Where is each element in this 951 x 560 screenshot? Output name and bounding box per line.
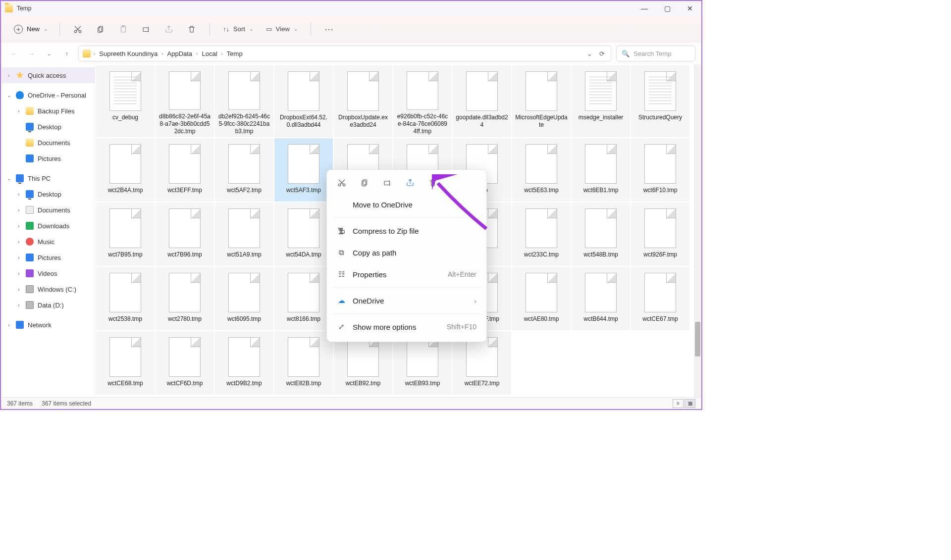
sidebar-network[interactable]: ›Network bbox=[1, 317, 95, 333]
file-item[interactable]: wctCF6D.tmp bbox=[156, 331, 214, 395]
sidebar-item[interactable]: ›Backup Files bbox=[1, 103, 95, 119]
ctx-show-more[interactable]: ⤢Show more optionsShift+F10 bbox=[327, 316, 486, 338]
sidebar-item[interactable]: Documents bbox=[1, 135, 95, 151]
file-item[interactable]: StructuredQuery bbox=[631, 65, 689, 137]
sidebar-item[interactable]: ›Documents bbox=[1, 202, 95, 218]
file-item[interactable]: wct5E63.tmp bbox=[512, 138, 571, 202]
delete-button[interactable] bbox=[182, 20, 202, 38]
file-name: wct233C.tmp bbox=[522, 251, 561, 258]
sidebar-label: Windows (C:) bbox=[38, 286, 76, 293]
paste-button[interactable] bbox=[113, 20, 133, 38]
address-bar[interactable]: › Supreeth Koundinya › AppData › Local ›… bbox=[78, 46, 611, 61]
dropdown-button[interactable]: ⌄ bbox=[587, 50, 592, 57]
file-item[interactable]: DropboxUpdate.exe3adbd24 bbox=[334, 65, 392, 137]
recent-button[interactable]: ⌄ bbox=[43, 47, 55, 60]
share-button[interactable] bbox=[159, 20, 179, 38]
file-item[interactable]: wct54DA.tmp bbox=[274, 203, 333, 266]
more-button[interactable]: ⋯ bbox=[319, 20, 339, 38]
ctx-rename-button[interactable] bbox=[381, 177, 393, 189]
breadcrumb-segment[interactable]: Local bbox=[201, 50, 218, 57]
file-item[interactable]: wct8166.tmp bbox=[274, 267, 333, 330]
ctx-onedrive[interactable]: ☁OneDrive› bbox=[327, 290, 486, 311]
file-item[interactable]: wct6EB1.tmp bbox=[572, 138, 630, 202]
file-item[interactable]: wct2780.tmp bbox=[156, 267, 214, 330]
file-icon bbox=[169, 273, 201, 312]
forward-button[interactable]: → bbox=[25, 47, 38, 60]
file-item[interactable]: wct6095.tmp bbox=[215, 267, 273, 330]
ctx-delete-button[interactable] bbox=[427, 177, 439, 189]
file-item[interactable]: wct2538.tmp bbox=[96, 267, 155, 330]
file-item[interactable]: wct51A9.tmp bbox=[215, 203, 273, 266]
ctx-move-onedrive[interactable]: Move to OneDrive bbox=[327, 194, 486, 215]
ctx-properties[interactable]: ☷PropertiesAlt+Enter bbox=[327, 263, 486, 285]
sidebar-this-pc[interactable]: ⌄This PC bbox=[1, 170, 95, 186]
file-item[interactable]: wctAE80.tmp bbox=[512, 267, 571, 330]
file-item[interactable]: wct5AF3.tmp bbox=[274, 138, 333, 202]
sort-button[interactable]: ↑↓ Sort ⌄ bbox=[218, 20, 258, 38]
sidebar-item[interactable]: Pictures bbox=[1, 151, 95, 166]
breadcrumb-segment[interactable]: AppData bbox=[166, 50, 194, 57]
scrollbar-thumb[interactable] bbox=[695, 322, 700, 356]
file-item[interactable]: wct7B96.tmp bbox=[156, 203, 214, 266]
file-name: wctCF6D.tmp bbox=[165, 380, 205, 387]
file-item[interactable]: msedge_installer bbox=[572, 65, 630, 137]
up-button[interactable]: ↑ bbox=[60, 47, 73, 60]
file-name: d8b86c82-2e6f-45a8-a7ae-3b6b0cdd52dc.tmp bbox=[157, 113, 213, 135]
cut-button[interactable] bbox=[68, 20, 88, 38]
ctx-share-button[interactable] bbox=[404, 177, 416, 189]
file-item[interactable]: wctB644.tmp bbox=[572, 267, 630, 330]
sidebar-onedrive[interactable]: ⌄OneDrive - Personal bbox=[1, 87, 95, 103]
ctx-compress[interactable]: 🗜Compress to Zip file bbox=[327, 220, 486, 242]
new-button[interactable]: + New ⌄ bbox=[10, 23, 52, 36]
file-item[interactable]: MicrosoftEdgeUpdate bbox=[512, 65, 571, 137]
file-item[interactable]: wctCE67.tmp bbox=[631, 267, 689, 330]
file-item[interactable]: cv_debug bbox=[96, 65, 155, 137]
file-item[interactable]: wct548B.tmp bbox=[572, 203, 630, 266]
file-item[interactable]: wct7B95.tmp bbox=[96, 203, 155, 266]
file-item[interactable]: DropboxExt64.52.0.dll3adbd44 bbox=[274, 65, 333, 137]
file-item[interactable]: wct2B4A.tmp bbox=[96, 138, 155, 202]
refresh-button[interactable]: ⟳ bbox=[599, 50, 605, 57]
file-name: wct5E63.tmp bbox=[522, 187, 560, 194]
file-item[interactable]: d8b86c82-2e6f-45a8-a7ae-3b6b0cdd52dc.tmp bbox=[156, 65, 214, 137]
status-selected: 367 items selected bbox=[42, 400, 91, 407]
sidebar-quick-access[interactable]: ›Quick access bbox=[1, 67, 95, 83]
file-item[interactable]: wct926F.tmp bbox=[631, 203, 689, 266]
file-item[interactable]: wctD9B2.tmp bbox=[215, 331, 273, 395]
rename-button[interactable] bbox=[136, 20, 156, 38]
sidebar-item[interactable]: ›Desktop bbox=[1, 186, 95, 202]
file-item[interactable]: wct6F10.tmp bbox=[631, 138, 689, 202]
sidebar-item[interactable]: ›Videos bbox=[1, 265, 95, 281]
scrollbar[interactable] bbox=[694, 64, 701, 397]
breadcrumb-segment[interactable]: Temp bbox=[226, 50, 244, 57]
ctx-cut-button[interactable] bbox=[336, 177, 348, 189]
file-item[interactable]: goopdate.dll3adbd24 bbox=[453, 65, 511, 137]
sidebar-item[interactable]: ›Music bbox=[1, 234, 95, 250]
sidebar-item[interactable]: ›Windows (C:) bbox=[1, 281, 95, 297]
search-box[interactable]: 🔍 Search Temp bbox=[616, 46, 695, 61]
search-icon: 🔍 bbox=[622, 50, 630, 57]
sidebar-item[interactable]: ›Pictures bbox=[1, 250, 95, 265]
file-item[interactable]: db2ef92b-6245-46c5-9fcc-380c2241bab3.tmp bbox=[215, 65, 273, 137]
file-item[interactable]: wct5AF2.tmp bbox=[215, 138, 273, 202]
minimize-button[interactable]: — bbox=[633, 1, 656, 16]
file-item[interactable]: wct3EFF.tmp bbox=[156, 138, 214, 202]
sidebar-item[interactable]: ›Data (D:) bbox=[1, 297, 95, 313]
details-view-button[interactable]: ≡ bbox=[673, 399, 684, 408]
copy-button[interactable] bbox=[91, 20, 110, 38]
ctx-copy-path[interactable]: ⧉Copy as path bbox=[327, 242, 486, 263]
breadcrumb-segment[interactable]: Supreeth Koundinya bbox=[98, 50, 158, 57]
ctx-copy-button[interactable] bbox=[359, 177, 370, 189]
icons-view-button[interactable]: ▦ bbox=[685, 399, 695, 408]
file-item[interactable]: wctCE68.tmp bbox=[96, 331, 155, 395]
close-button[interactable]: ✕ bbox=[679, 1, 701, 16]
sidebar-item[interactable]: Desktop bbox=[1, 119, 95, 135]
file-item[interactable]: e926b0fb-c52c-46ce-84ca-76ce060894ff.tmp bbox=[393, 65, 452, 137]
view-button[interactable]: ▭ View ⌄ bbox=[261, 20, 303, 38]
maximize-button[interactable]: ▢ bbox=[656, 1, 679, 16]
navigation-pane[interactable]: ›Quick access ⌄OneDrive - Personal ›Back… bbox=[1, 64, 95, 397]
back-button[interactable]: ← bbox=[7, 47, 20, 60]
file-item[interactable]: wct233C.tmp bbox=[512, 203, 571, 266]
file-item[interactable]: wctE82B.tmp bbox=[274, 331, 333, 395]
sidebar-item[interactable]: ›Downloads bbox=[1, 218, 95, 234]
